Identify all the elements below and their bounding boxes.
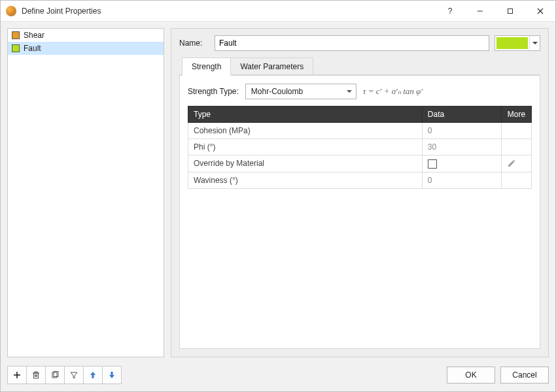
filter-button[interactable]: [64, 366, 84, 384]
color-swatch: [12, 31, 20, 39]
color-picker[interactable]: [495, 35, 540, 51]
svg-marker-19: [109, 372, 114, 378]
cell-type: Waviness (°): [188, 172, 423, 188]
name-label: Name:: [179, 39, 209, 48]
table-header-row: Type Data More: [188, 106, 532, 123]
list-toolbar: [7, 366, 121, 384]
joint-list-panel: Shear Fault: [7, 28, 164, 357]
properties-panel: Name: Strength Water Parameters: [171, 28, 549, 357]
close-button[interactable]: [525, 1, 555, 22]
delete-button[interactable]: [26, 366, 46, 384]
app-icon: [6, 6, 16, 16]
tab-label: Water Parameters: [240, 62, 304, 71]
chevron-down-icon: [529, 36, 540, 50]
svg-marker-5: [532, 42, 538, 44]
minimize-icon: [477, 8, 483, 14]
cell-more[interactable]: [502, 155, 532, 172]
strength-type-row: Strength Type: Mohr-Coulomb τ = c′ + σ′ₙ…: [188, 84, 532, 99]
chevron-down-icon: [347, 89, 352, 94]
maximize-button[interactable]: [495, 1, 525, 22]
close-icon: [537, 8, 544, 14]
joint-list[interactable]: Shear Fault: [8, 29, 164, 357]
copy-button[interactable]: [45, 366, 65, 384]
svg-marker-17: [71, 372, 77, 378]
tab-strength[interactable]: Strength: [182, 57, 231, 76]
add-button[interactable]: [7, 366, 27, 384]
copy-icon: [50, 370, 60, 380]
cell-type: Phi (°): [188, 139, 423, 155]
minimize-button[interactable]: [465, 1, 495, 22]
cell-data[interactable]: 0: [422, 123, 501, 139]
window-title: Define Joint Properties: [22, 7, 101, 16]
arrow-down-icon: [107, 370, 116, 380]
move-down-button[interactable]: [102, 366, 122, 384]
svg-marker-6: [347, 90, 352, 93]
tab-content-strength: Strength Type: Mohr-Coulomb τ = c′ + σ′ₙ…: [180, 75, 540, 348]
cell-type: Cohesion (MPa): [188, 123, 423, 139]
table-row[interactable]: Waviness (°) 0: [188, 172, 532, 188]
table-row[interactable]: Cohesion (MPa) 0: [188, 123, 532, 139]
list-item[interactable]: Shear: [8, 29, 164, 42]
filter-icon: [69, 370, 78, 380]
parameters-table: Type Data More Cohesion (MPa) 0: [188, 106, 532, 189]
cancel-button[interactable]: Cancel: [500, 367, 549, 384]
strength-type-select[interactable]: Mohr-Coulomb: [245, 84, 356, 99]
dialog-window: Define Joint Properties ? Shear: [0, 0, 556, 392]
help-icon: ?: [446, 7, 454, 15]
svg-marker-18: [90, 372, 96, 378]
dialog-footer: OK Cancel: [1, 364, 555, 391]
arrow-up-icon: [88, 370, 97, 380]
button-label: OK: [465, 370, 476, 380]
cell-more: [502, 172, 532, 188]
help-button[interactable]: ?: [435, 1, 465, 22]
tab-panel: Strength Type: Mohr-Coulomb τ = c′ + σ′ₙ…: [179, 74, 540, 349]
trash-icon: [31, 370, 41, 380]
name-row: Name:: [179, 35, 540, 51]
svg-text:?: ?: [448, 7, 453, 15]
table-row[interactable]: Phi (°) 30: [188, 139, 532, 155]
col-more: More: [502, 106, 532, 123]
strength-type-label: Strength Type:: [188, 87, 239, 96]
override-checkbox[interactable]: [428, 159, 437, 169]
tab-label: Strength: [192, 62, 221, 71]
cell-more: [502, 139, 532, 155]
col-type: Type: [188, 106, 423, 123]
plus-icon: [12, 370, 22, 380]
list-item[interactable]: Fault: [8, 42, 164, 55]
cell-more: [502, 123, 532, 139]
maximize-icon: [507, 8, 513, 14]
ok-button[interactable]: OK: [447, 367, 495, 384]
name-input[interactable]: [215, 35, 489, 51]
svg-rect-2: [508, 8, 513, 13]
titlebar: Define Joint Properties ?: [1, 1, 555, 22]
cell-data[interactable]: [422, 155, 501, 172]
cell-data[interactable]: 30: [422, 139, 501, 155]
list-item-label: Shear: [24, 31, 44, 40]
strength-formula: τ = c′ + σ′ₙ tan φ′: [363, 86, 423, 97]
move-up-button[interactable]: [83, 366, 103, 384]
strength-type-value: Mohr-Coulomb: [251, 87, 303, 96]
cell-type: Override by Material: [188, 155, 423, 172]
table-row[interactable]: Override by Material: [188, 155, 532, 172]
color-chip: [496, 37, 528, 49]
tab-water-parameters[interactable]: Water Parameters: [230, 57, 313, 76]
dialog-body: Shear Fault Name:: [1, 22, 555, 364]
button-label: Cancel: [512, 370, 536, 380]
cell-data[interactable]: 0: [422, 172, 501, 188]
svg-rect-14: [35, 372, 37, 373]
edit-icon: [507, 159, 526, 168]
col-data: Data: [422, 106, 501, 123]
color-swatch: [12, 44, 20, 52]
tabs: Strength Water Parameters: [182, 57, 540, 75]
list-item-label: Fault: [24, 44, 41, 53]
